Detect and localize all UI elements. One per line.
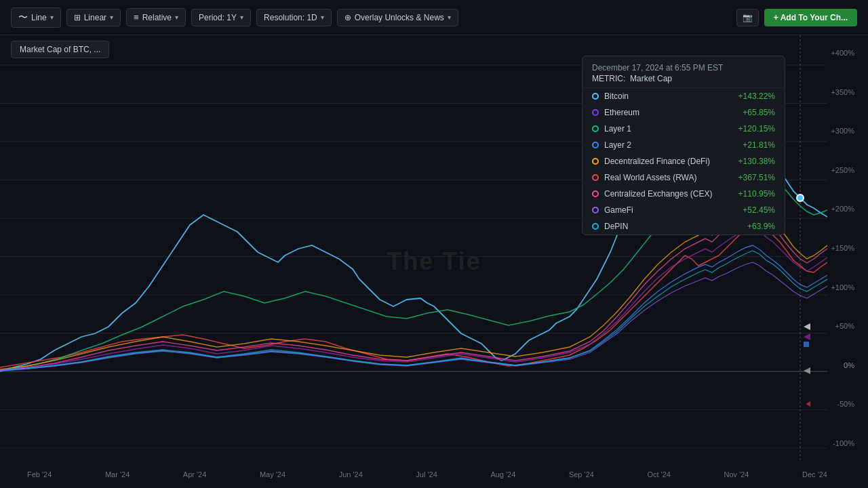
add-chart-button[interactable]: + Add To Your Ch...: [764, 9, 857, 26]
mode-chevron: ▾: [175, 14, 178, 21]
tooltip-metric-label: METRIC:: [592, 74, 625, 83]
camera-button[interactable]: 📷: [736, 9, 759, 26]
chart-area: The Tie: [0, 35, 868, 488]
tooltip-row: Layer 1 +120.15%: [583, 121, 785, 137]
x-label-may: May '24: [260, 470, 285, 479]
y-label-neg100: -100%: [833, 439, 854, 447]
line-icon: 〜: [18, 12, 28, 24]
tooltip-date: December 17, 2024 at 6:55 PM EST: [592, 63, 775, 73]
tooltip-asset-name: Centralized Exchanges (CEX): [604, 189, 733, 199]
tooltip-dot: [592, 174, 599, 181]
tooltip-rows-container: Bitcoin +143.22% Ethereum +65.85% Layer …: [583, 88, 785, 235]
tooltip-dot: [592, 93, 599, 100]
x-label-dec: Dec '24: [802, 470, 827, 479]
x-label-sep: Sep '24: [569, 470, 594, 479]
tooltip-asset-value: +143.22%: [738, 92, 775, 101]
y-label-350: +350%: [831, 88, 854, 96]
tooltip-metric: METRIC: Market Cap: [592, 74, 775, 83]
overlay-button[interactable]: ⊕ Overlay Unlocks & News ▾: [337, 9, 458, 26]
x-label-jun: Jun '24: [339, 470, 363, 479]
tooltip-asset-value: +21.81%: [743, 140, 775, 150]
svg-marker-17: [804, 367, 810, 374]
svg-marker-18: [806, 401, 810, 407]
tooltip-asset-name: Real World Assets (RWA): [604, 173, 733, 182]
period-chevron: ▾: [240, 14, 243, 21]
tag-chip[interactable]: Market Cap of BTC, ...: [11, 41, 109, 58]
tooltip-panel: December 17, 2024 at 6:55 PM EST METRIC:…: [582, 56, 785, 235]
tooltip-asset-value: +63.9%: [747, 222, 775, 231]
tooltip-row: DePIN +63.9%: [583, 218, 785, 235]
tooltip-asset-name: Decentralized Finance (DeFi): [604, 157, 733, 166]
tooltip-dot: [592, 158, 599, 165]
tooltip-asset-name: Layer 2: [604, 140, 737, 150]
tooltip-row: Decentralized Finance (DeFi) +130.38%: [583, 153, 785, 169]
x-label-nov: Nov '24: [724, 470, 749, 479]
tooltip-row: Real World Assets (RWA) +367.51%: [583, 169, 785, 186]
svg-rect-16: [804, 342, 809, 347]
tooltip-asset-value: +65.85%: [743, 108, 775, 117]
y-label-0: 0%: [844, 361, 854, 369]
x-label-jul: Jul '24: [416, 470, 437, 479]
tooltip-row: Layer 2 +21.81%: [583, 137, 785, 153]
period-label: Period: 1Y: [199, 13, 237, 22]
period-button[interactable]: Period: 1Y ▾: [191, 9, 251, 26]
y-axis: +400% +350% +300% +250% +200% +150% +100…: [831, 35, 854, 461]
tooltip-asset-value: +130.38%: [738, 157, 775, 166]
overlay-icon: ⊕: [344, 13, 351, 22]
x-label-aug: Aug '24: [490, 470, 515, 479]
y-label-100: +100%: [831, 283, 854, 291]
tooltip-asset-value: +110.95%: [738, 189, 775, 199]
tooltip-asset-name: GameFi: [604, 205, 737, 215]
x-label-apr: Apr '24: [183, 470, 207, 479]
scale-icon: ⊞: [74, 13, 81, 22]
y-label-neg50: -50%: [837, 400, 854, 408]
tooltip-row: Centralized Exchanges (CEX) +110.95%: [583, 186, 785, 202]
resolution-label: Resolution: 1D: [264, 13, 317, 22]
add-chart-label: + Add To Your Ch...: [774, 13, 848, 22]
mode-icon: ≡: [134, 12, 139, 22]
x-label-oct: Oct '24: [647, 470, 671, 479]
y-label-250: +250%: [831, 166, 854, 174]
tooltip-asset-name: Ethereum: [604, 108, 737, 117]
tooltip-asset-value: +120.15%: [738, 124, 775, 134]
tooltip-asset-value: +52.45%: [743, 205, 775, 215]
tooltip-dot: [592, 207, 599, 214]
overlay-label: Overlay Unlocks & News: [355, 13, 444, 22]
scale-button[interactable]: ⊞ Linear ▾: [66, 9, 121, 26]
resolution-button[interactable]: Resolution: 1D ▾: [256, 9, 332, 26]
chart-type-label: Line: [31, 13, 47, 22]
svg-point-13: [797, 195, 804, 201]
y-label-200: +200%: [831, 205, 854, 213]
tooltip-header: December 17, 2024 at 6:55 PM EST METRIC:…: [583, 56, 785, 88]
y-label-400: +400%: [831, 49, 854, 57]
tooltip-row: Bitcoin +143.22%: [583, 88, 785, 104]
tooltip-dot: [592, 142, 599, 148]
tooltip-dot: [592, 223, 599, 230]
tooltip-asset-name: DePIN: [604, 222, 742, 231]
mode-label: Relative: [142, 13, 172, 22]
y-label-150: +150%: [831, 244, 854, 252]
overlay-chevron: ▾: [448, 14, 451, 21]
tooltip-dot: [592, 109, 599, 116]
mode-button[interactable]: ≡ Relative ▾: [126, 8, 186, 26]
tooltip-asset-value: +367.51%: [738, 173, 775, 182]
tooltip-metric-value: Market Cap: [630, 74, 672, 83]
chart-type-button[interactable]: 〜 Line ▾: [11, 7, 61, 28]
toolbar: 〜 Line ▾ ⊞ Linear ▾ ≡ Relative ▾ Period:…: [0, 0, 868, 35]
resolution-chevron: ▾: [321, 14, 324, 21]
tooltip-dot: [592, 190, 599, 197]
scale-label: Linear: [84, 13, 106, 22]
svg-marker-14: [804, 323, 810, 330]
y-label-50: +50%: [835, 322, 854, 330]
tag-label: Market Cap of BTC, ...: [20, 45, 100, 54]
y-label-300: +300%: [831, 127, 854, 135]
x-label-feb: Feb '24: [27, 470, 52, 479]
camera-icon: 📷: [743, 13, 753, 22]
tooltip-dot: [592, 125, 599, 132]
tooltip-row: GameFi +52.45%: [583, 202, 785, 218]
x-axis: Feb '24 Mar '24 Apr '24 May '24 Jun '24 …: [27, 461, 827, 488]
tooltip-row: Ethereum +65.85%: [583, 104, 785, 121]
svg-marker-15: [804, 333, 810, 340]
scale-chevron: ▾: [110, 14, 113, 21]
tooltip-asset-name: Layer 1: [604, 124, 733, 134]
